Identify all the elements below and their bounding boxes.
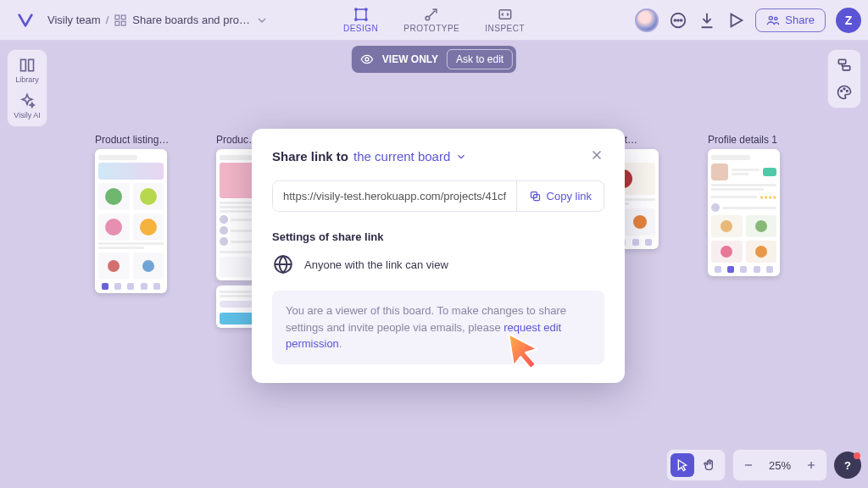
annotation-cursor bbox=[504, 329, 546, 371]
modal-scope-dropdown[interactable]: the current board bbox=[353, 149, 467, 164]
close-icon bbox=[589, 147, 604, 163]
permission-text: Anyone with the link can view bbox=[304, 258, 448, 271]
settings-label: Settings of share link bbox=[272, 230, 604, 243]
notice-text-post: . bbox=[339, 337, 342, 350]
globe-icon bbox=[272, 253, 294, 275]
modal-scope-label: the current board bbox=[353, 149, 450, 164]
copy-icon bbox=[529, 190, 542, 202]
modal-title: Share link to bbox=[272, 149, 348, 164]
share-link-row: Copy link bbox=[272, 180, 604, 212]
chevron-down-icon bbox=[455, 151, 467, 163]
modal-overlay: Share link to the current board Copy lin… bbox=[0, 0, 868, 488]
modal-close-button[interactable] bbox=[589, 147, 604, 165]
copy-link-label: Copy link bbox=[547, 190, 592, 202]
share-url-input[interactable] bbox=[273, 181, 516, 211]
viewer-notice: You are a viewer of this board. To make … bbox=[272, 291, 604, 364]
permission-row[interactable]: Anyone with the link can view bbox=[272, 253, 604, 275]
copy-link-button[interactable]: Copy link bbox=[516, 181, 604, 211]
share-modal: Share link to the current board Copy lin… bbox=[252, 129, 625, 383]
